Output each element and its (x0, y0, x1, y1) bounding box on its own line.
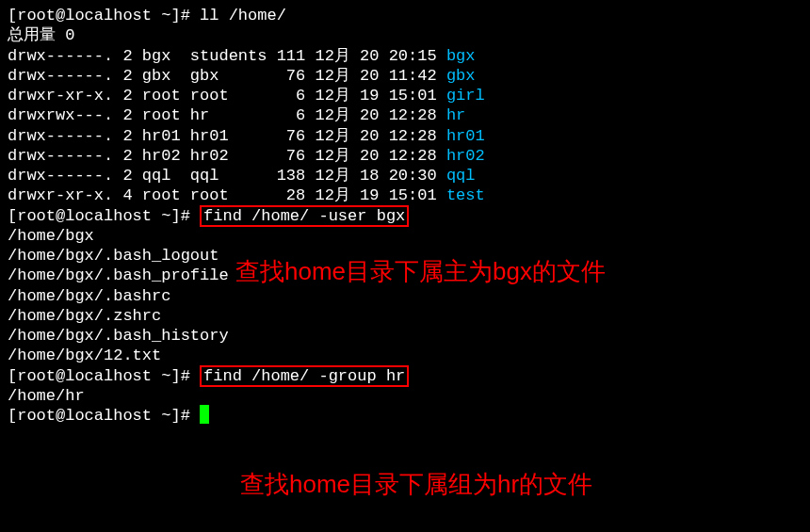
listing-row: drwxr-xr-x. 4 root root 28 12月 19 15:01 … (8, 185, 802, 205)
listing-row: drwx------. 2 hr01 hr01 76 12月 20 12:28 … (8, 126, 802, 146)
file-name: hr02 (446, 147, 485, 165)
file-perms: drwx------. 2 hr02 hr02 76 12月 20 12:28 (8, 147, 446, 165)
file-name: test (446, 186, 485, 204)
file-perms: drwx------. 2 qql qql 138 12月 18 20:30 (8, 167, 446, 185)
listing-row: drwxr-xr-x. 2 root root 6 12月 19 15:01 g… (8, 86, 802, 105)
command-line-2: [root@localhost ~]# find /home/ -user bg… (8, 206, 802, 226)
file-perms: drwxr-xr-x. 4 root root 28 12月 19 15:01 (8, 186, 446, 204)
command-highlighted: find /home/ -user bgx (200, 205, 409, 227)
file-name: qql (446, 167, 476, 185)
prompt: [root@localhost ~]# (8, 207, 200, 225)
annotation-1: 查找home目录下属主为bgx的文件 (235, 256, 606, 287)
listing-row: drwx------. 2 bgx students 111 12月 20 20… (8, 46, 802, 66)
result-line: /home/bgx/.bash_history (8, 326, 802, 346)
file-name: gbx (446, 67, 476, 85)
total-line: 总用量 0 (8, 25, 802, 45)
file-perms: drwx------. 2 bgx students 111 12月 20 20… (8, 47, 446, 65)
command-highlighted: find /home/ -group hr (200, 365, 409, 387)
file-name: bgx (446, 47, 476, 65)
cursor (200, 405, 209, 424)
file-name: hr (446, 106, 465, 124)
listing: drwx------. 2 bgx students 111 12月 20 20… (8, 46, 802, 206)
prompt: [root@localhost ~]# (8, 7, 200, 24)
file-perms: drwxrwx---. 2 root hr 6 12月 20 12:28 (8, 106, 446, 124)
prompt: [root@localhost ~]# (8, 367, 200, 385)
listing-row: drwx------. 2 qql qql 138 12月 18 20:30 q… (8, 166, 802, 185)
result-line: /home/bgx (8, 226, 802, 246)
results-2: /home/hr (8, 386, 802, 406)
listing-row: drwxrwx---. 2 root hr 6 12月 20 12:28 hr (8, 105, 802, 125)
listing-row: drwx------. 2 gbx gbx 76 12月 20 11:42 gb… (8, 66, 802, 86)
file-perms: drwxr-xr-x. 2 root root 6 12月 19 15:01 (8, 87, 446, 105)
command-text: ll /home/ (200, 7, 286, 24)
result-line: /home/hr (8, 386, 802, 406)
file-name: hr01 (446, 127, 485, 145)
listing-row: drwx------. 2 hr02 hr02 76 12月 20 12:28 … (8, 146, 802, 166)
result-line: /home/bgx/.zshrc (8, 306, 802, 326)
command-line-1: [root@localhost ~]# ll /home/ (8, 6, 802, 25)
prompt: [root@localhost ~]# (8, 407, 200, 425)
file-perms: drwx------. 2 hr01 hr01 76 12月 20 12:28 (8, 127, 446, 145)
prompt-line[interactable]: [root@localhost ~]# (8, 406, 802, 426)
result-line: /home/bgx/.bashrc (8, 286, 802, 306)
terminal-output: [root@localhost ~]# ll /home/ 总用量 0 drwx… (8, 6, 802, 426)
annotation-2: 查找home目录下属组为hr的文件 (240, 469, 592, 500)
file-name: girl (446, 87, 485, 105)
result-line: /home/bgx/12.txt (8, 346, 802, 365)
command-line-3: [root@localhost ~]# find /home/ -group h… (8, 366, 802, 386)
file-perms: drwx------. 2 gbx gbx 76 12月 20 11:42 (8, 67, 446, 85)
results-1: /home/bgx/home/bgx/.bash_logout/home/bgx… (8, 226, 802, 366)
